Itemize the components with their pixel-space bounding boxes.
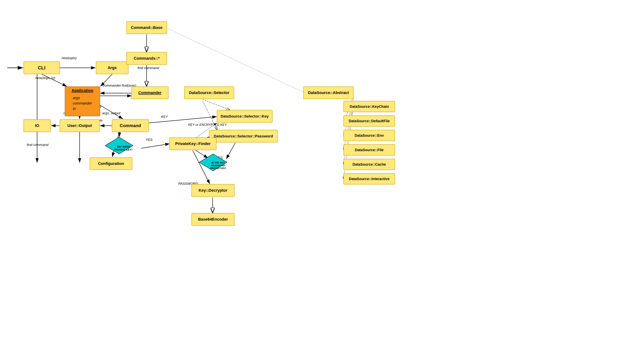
svg-line-24 (141, 144, 170, 148)
label-yes-1: YES (146, 138, 153, 142)
diamond-key-password-protected: IS THE KEYPASSWORDPROTECTED? (199, 153, 238, 178)
diamond-need-private-key: DO I NEEDPRIVATE KEY? (105, 136, 143, 160)
box-datasource-selector-key: DataSource::Selector::Key (217, 110, 273, 122)
label-find-command-left: find command (27, 143, 48, 147)
label-args-output: args, output (102, 111, 120, 115)
box-privatekey-finder: PrivateKey::Finder (169, 138, 216, 150)
box-commander: Commander (131, 86, 169, 99)
box-command: Command (112, 119, 149, 132)
box-datasource-file: DataSource::File (343, 144, 395, 156)
box-datasource-interactive: DataSource::Interactive (343, 173, 395, 184)
box-command-base: Command::Base (126, 21, 167, 34)
label-find-command-right: find command (138, 66, 159, 70)
box-datasource-cache: DataSource::Cache (343, 159, 395, 170)
svg-line-22 (203, 100, 230, 110)
box-datasource-abstract: DataSource::Abstract (303, 86, 354, 99)
arrows-svg (0, 0, 631, 364)
box-datasource-selector-password: DataSource::Selector::Password (209, 130, 278, 142)
box-datasource-keychain: DataSource::KeyChain (343, 101, 395, 112)
box-args: Args (96, 62, 129, 74)
label-new-args-io: new(args, io) (35, 76, 55, 80)
box-application: Application argscommanderio (65, 86, 100, 116)
label-new-opts: new(opts) (62, 56, 77, 60)
box-datasource-env: DataSource::Env (343, 130, 395, 141)
box-datasource-selector: DataSource::Selector (184, 86, 234, 99)
box-cli: CLI (24, 62, 60, 74)
label-key: KEY (161, 115, 168, 119)
diagram-container: new(opts) new(args, io) commander.find(a… (0, 0, 631, 364)
svg-line-21 (148, 117, 217, 123)
box-datasource-defaultfile: DataSource::DefaultFile (343, 115, 395, 126)
box-io: IO (24, 119, 51, 132)
box-commands-star: Commands::* (126, 52, 167, 65)
box-application-attrs: argscommanderio (73, 95, 92, 112)
svg-line-39 (167, 28, 304, 92)
box-application-title: Application (72, 88, 93, 93)
label-key-encrypted: KEY or ENCRYPTED KEY (188, 123, 227, 127)
box-user-output: User::Output (60, 119, 100, 132)
box-base64encoder: Base64Encoder (192, 213, 235, 226)
box-key-decryptor: Key::Decryptor (192, 184, 235, 197)
